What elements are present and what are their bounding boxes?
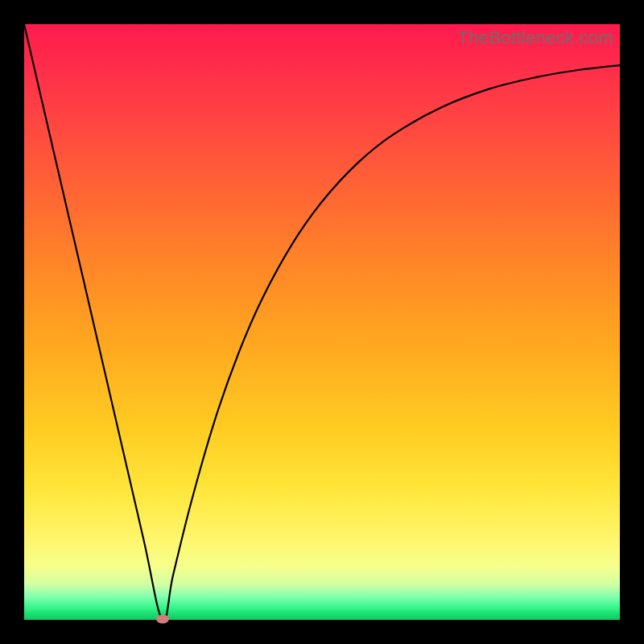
plot-area: TheBottleneck.com [24, 24, 620, 620]
bottleneck-curve [24, 24, 620, 620]
chart-frame: TheBottleneck.com [0, 0, 644, 644]
minimum-marker [156, 615, 169, 624]
